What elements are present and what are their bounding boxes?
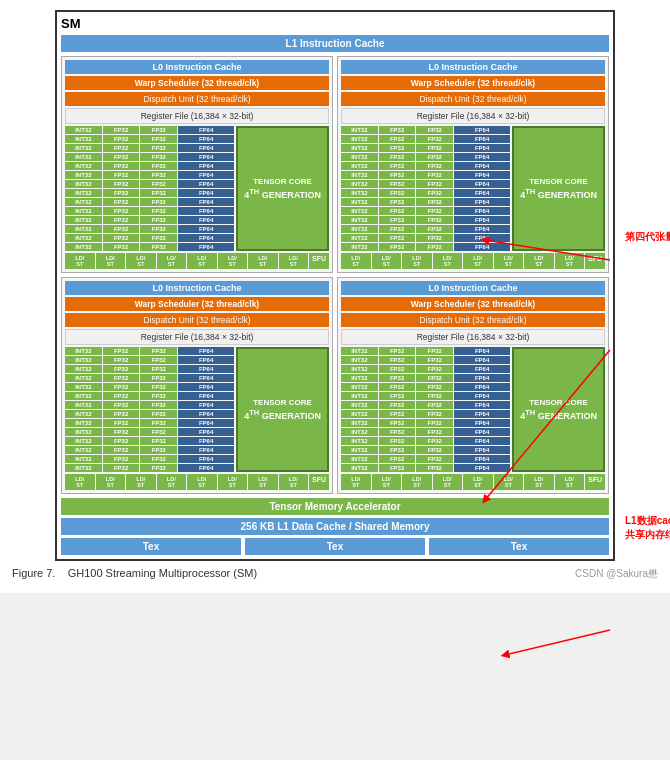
l0-cache-q2: L0 Instruction Cache xyxy=(341,60,605,74)
l1-data-cache: 256 KB L1 Data Cache / Shared Memory xyxy=(61,518,609,535)
core-row: INT32 FP32 FP32 FP64 xyxy=(65,410,234,418)
fp64-cell: FP64 xyxy=(178,437,234,445)
warp-scheduler-q4: Warp Scheduler (32 thread/clk) xyxy=(341,297,605,311)
svg-line-3 xyxy=(505,630,610,655)
figure-title: GH100 Streaming Multiprocessor (SM) xyxy=(68,567,258,579)
core-row: INT32 FP32 FP32 FP64 xyxy=(65,153,234,161)
core-row: INT32 FP32 FP32 FP64 xyxy=(65,225,234,233)
core-row: INT32 FP32 FP32 FP64 xyxy=(341,216,510,224)
fp64-cell: FP64 xyxy=(178,225,234,233)
fp32-cell: FP32 xyxy=(103,243,140,251)
fp64-cell: FP64 xyxy=(178,162,234,170)
int32-cell: INT32 xyxy=(65,383,102,391)
core-row: INT32 FP32 FP32 FP64 xyxy=(341,383,510,391)
fp32-cell: FP32 xyxy=(140,428,177,436)
ldst-cell: LD/ST xyxy=(524,474,554,490)
fp64-cell: FP64 xyxy=(178,135,234,143)
attribution: CSDN @Sakura懋 xyxy=(575,567,658,581)
tex-row: Tex Tex Tex xyxy=(61,538,609,555)
ldst-sfu-row-q4: LD/ST LD/ST LD/ST LD/ST LD/ST LD/ST LD/S… xyxy=(341,474,605,490)
fp32-cell: FP32 xyxy=(379,392,416,400)
fp32-cell: FP32 xyxy=(379,225,416,233)
int32-cell: INT32 xyxy=(341,365,378,373)
fp32-cell: FP32 xyxy=(416,401,453,409)
cores-area-q2: INT32 FP32 FP32 FP64 INT32 FP32 FP32 FP6… xyxy=(341,126,605,251)
core-row: INT32 FP32 FP32 FP64 xyxy=(65,464,234,472)
tensor-core-badge-q2: TENSOR CORE 4TH GENERATION xyxy=(512,126,605,251)
fp64-cell: FP64 xyxy=(178,171,234,179)
fp64-cell: FP64 xyxy=(178,144,234,152)
fp64-cell: FP64 xyxy=(454,135,510,143)
fp32-cell: FP32 xyxy=(379,162,416,170)
ldst-cell: LD/ST xyxy=(65,253,95,269)
core-row: INT32 FP32 FP32 FP64 xyxy=(341,365,510,373)
fp32-cell: FP32 xyxy=(140,234,177,242)
fp32-cell: FP32 xyxy=(103,437,140,445)
ldst-cell: LD/ST xyxy=(157,474,187,490)
fp64-cell: FP64 xyxy=(178,446,234,454)
fp32-cell: FP32 xyxy=(140,392,177,400)
int32-cell: INT32 xyxy=(341,207,378,215)
int32-cell: INT32 xyxy=(341,135,378,143)
core-row: INT32 FP32 FP32 FP64 xyxy=(341,225,510,233)
fp64-cell: FP64 xyxy=(178,401,234,409)
core-row: INT32 FP32 FP32 FP64 xyxy=(65,365,234,373)
fp32-cell: FP32 xyxy=(103,171,140,179)
int32-cell: INT32 xyxy=(65,171,102,179)
fp32-cell: FP32 xyxy=(379,365,416,373)
cores-grid-q2: INT32 FP32 FP32 FP64 INT32 FP32 FP32 FP6… xyxy=(341,126,510,251)
fp64-cell: FP64 xyxy=(454,144,510,152)
fp32-cell: FP32 xyxy=(140,401,177,409)
int32-cell: INT32 xyxy=(65,189,102,197)
fp32-cell: FP32 xyxy=(416,216,453,224)
fp64-cell: FP64 xyxy=(178,365,234,373)
fp64-cell: FP64 xyxy=(454,428,510,436)
fp32-cell: FP32 xyxy=(140,216,177,224)
l1-instruction-cache: L1 Instruction Cache xyxy=(61,35,609,52)
fp32-cell: FP32 xyxy=(103,347,140,355)
fp32-cell: FP32 xyxy=(140,356,177,364)
int32-cell: INT32 xyxy=(65,428,102,436)
fp32-cell: FP32 xyxy=(416,383,453,391)
ldst-cell: LD/ST xyxy=(187,474,217,490)
ldst-cell: LD/ST xyxy=(555,253,585,269)
fp32-cell: FP32 xyxy=(103,135,140,143)
ldst-cell: LD/ST xyxy=(279,253,309,269)
int32-cell: INT32 xyxy=(341,446,378,454)
dispatch-unit-q4: Dispatch Unit (32 thread/clk) xyxy=(341,313,605,327)
fp32-cell: FP32 xyxy=(379,243,416,251)
int32-cell: INT32 xyxy=(65,216,102,224)
core-row: INT32 FP32 FP32 FP64 xyxy=(341,207,510,215)
int32-cell: INT32 xyxy=(341,410,378,418)
fp64-cell: FP64 xyxy=(454,189,510,197)
tensor-core-badge-q3: TENSOR CORE 4TH GENERATION xyxy=(236,347,329,472)
quadrant-top-right: L0 Instruction Cache Warp Scheduler (32 … xyxy=(337,56,609,273)
quadrants-container: L0 Instruction Cache Warp Scheduler (32 … xyxy=(61,56,609,494)
core-row: INT32 FP32 FP32 FP64 xyxy=(341,144,510,152)
core-row: INT32 FP32 FP32 FP64 xyxy=(65,401,234,409)
core-row: INT32 FP32 FP32 FP64 xyxy=(341,153,510,161)
tensor-core-badge-q1: TENSOR CORE 4TH GENERATION xyxy=(236,126,329,251)
quadrant-top-left: L0 Instruction Cache Warp Scheduler (32 … xyxy=(61,56,333,273)
fp64-cell: FP64 xyxy=(454,365,510,373)
dispatch-unit-q3: Dispatch Unit (32 thread/clk) xyxy=(65,313,329,327)
fp32-cell: FP32 xyxy=(379,356,416,364)
fp32-cell: FP32 xyxy=(140,153,177,161)
fp64-cell: FP64 xyxy=(178,189,234,197)
fp64-cell: FP64 xyxy=(178,410,234,418)
ldst-cell: LD/ST xyxy=(96,253,126,269)
fp32-cell: FP32 xyxy=(416,180,453,188)
int32-cell: INT32 xyxy=(65,243,102,251)
int32-cell: INT32 xyxy=(65,153,102,161)
core-row: INT32 FP32 FP32 FP64 xyxy=(65,356,234,364)
fp32-cell: FP32 xyxy=(416,162,453,170)
ldst-cell: LD/ST xyxy=(372,253,402,269)
ldst-cell: LD/ST xyxy=(126,474,156,490)
fp32-cell: FP32 xyxy=(379,455,416,463)
fp32-cell: FP32 xyxy=(140,347,177,355)
fp64-cell: FP64 xyxy=(454,446,510,454)
fp32-cell: FP32 xyxy=(140,135,177,143)
fp32-cell: FP32 xyxy=(416,171,453,179)
ldst-cell: LD/ST xyxy=(96,474,126,490)
fp32-cell: FP32 xyxy=(379,374,416,382)
